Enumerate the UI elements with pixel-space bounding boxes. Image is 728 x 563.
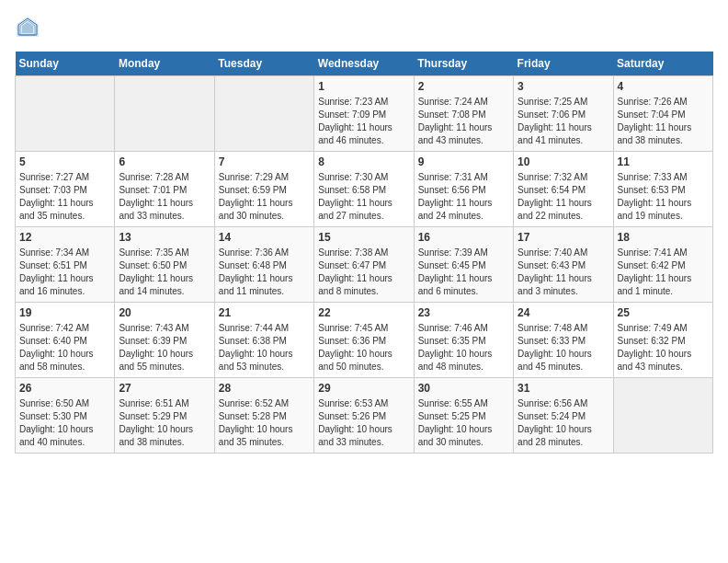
weekday-header-thursday: Thursday (414, 52, 513, 76)
day-number: 1 (318, 80, 409, 93)
day-number: 18 (618, 231, 709, 244)
calendar-cell: 31Sunrise: 6:56 AM Sunset: 5:24 PM Dayli… (514, 378, 613, 454)
calendar-cell (115, 76, 214, 152)
day-info: Sunrise: 7:36 AM Sunset: 6:48 PM Dayligh… (219, 247, 310, 298)
day-number: 10 (518, 155, 609, 168)
day-info: Sunrise: 7:48 AM Sunset: 6:33 PM Dayligh… (518, 322, 609, 373)
weekday-header-saturday: Saturday (613, 52, 712, 76)
day-number: 20 (119, 306, 210, 319)
weekday-header-friday: Friday (514, 52, 613, 76)
day-number: 27 (119, 382, 210, 395)
calendar-cell: 18Sunrise: 7:41 AM Sunset: 6:42 PM Dayli… (613, 227, 712, 303)
page-header (15, 15, 713, 40)
weekday-header-wednesday: Wednesday (314, 52, 414, 76)
day-info: Sunrise: 7:49 AM Sunset: 6:32 PM Dayligh… (618, 322, 709, 373)
day-number: 5 (19, 155, 110, 168)
day-number: 22 (318, 306, 409, 319)
day-info: Sunrise: 7:24 AM Sunset: 7:08 PM Dayligh… (418, 96, 509, 147)
calendar-cell: 14Sunrise: 7:36 AM Sunset: 6:48 PM Dayli… (214, 227, 313, 303)
calendar-cell: 24Sunrise: 7:48 AM Sunset: 6:33 PM Dayli… (514, 303, 613, 378)
day-info: Sunrise: 7:23 AM Sunset: 7:09 PM Dayligh… (318, 96, 409, 147)
day-info: Sunrise: 7:30 AM Sunset: 6:58 PM Dayligh… (318, 171, 409, 223)
day-number: 8 (318, 155, 409, 168)
day-info: Sunrise: 6:56 AM Sunset: 5:24 PM Dayligh… (518, 397, 609, 449)
calendar-cell (214, 76, 313, 152)
logo (15, 15, 44, 40)
calendar-cell: 17Sunrise: 7:40 AM Sunset: 6:43 PM Dayli… (514, 227, 613, 303)
day-number: 21 (219, 306, 310, 319)
calendar-cell: 5Sunrise: 7:27 AM Sunset: 7:03 PM Daylig… (16, 152, 115, 227)
day-info: Sunrise: 7:40 AM Sunset: 6:43 PM Dayligh… (518, 247, 609, 298)
week-row-1: 1Sunrise: 7:23 AM Sunset: 7:09 PM Daylig… (16, 76, 713, 152)
calendar-cell: 7Sunrise: 7:29 AM Sunset: 6:59 PM Daylig… (214, 152, 313, 227)
day-info: Sunrise: 7:27 AM Sunset: 7:03 PM Dayligh… (19, 171, 110, 223)
day-number: 19 (19, 306, 110, 319)
calendar-cell: 19Sunrise: 7:42 AM Sunset: 6:40 PM Dayli… (16, 303, 115, 378)
weekday-header-sunday: Sunday (16, 52, 115, 76)
logo-icon (15, 15, 40, 40)
calendar-cell: 13Sunrise: 7:35 AM Sunset: 6:50 PM Dayli… (115, 227, 214, 303)
calendar-cell: 1Sunrise: 7:23 AM Sunset: 7:09 PM Daylig… (314, 76, 414, 152)
day-info: Sunrise: 6:52 AM Sunset: 5:28 PM Dayligh… (219, 397, 310, 449)
day-number: 12 (19, 231, 110, 244)
day-number: 15 (318, 231, 409, 244)
calendar-cell: 28Sunrise: 6:52 AM Sunset: 5:28 PM Dayli… (214, 378, 313, 454)
day-info: Sunrise: 7:28 AM Sunset: 7:01 PM Dayligh… (119, 171, 210, 223)
calendar-cell: 29Sunrise: 6:53 AM Sunset: 5:26 PM Dayli… (314, 378, 414, 454)
calendar-cell: 10Sunrise: 7:32 AM Sunset: 6:54 PM Dayli… (514, 152, 613, 227)
day-info: Sunrise: 7:34 AM Sunset: 6:51 PM Dayligh… (19, 247, 110, 298)
day-info: Sunrise: 7:35 AM Sunset: 6:50 PM Dayligh… (119, 247, 210, 298)
calendar-cell: 27Sunrise: 6:51 AM Sunset: 5:29 PM Dayli… (115, 378, 214, 454)
calendar-cell: 9Sunrise: 7:31 AM Sunset: 6:56 PM Daylig… (414, 152, 513, 227)
week-row-5: 26Sunrise: 6:50 AM Sunset: 5:30 PM Dayli… (16, 378, 713, 454)
weekday-header-monday: Monday (115, 52, 214, 76)
day-info: Sunrise: 6:50 AM Sunset: 5:30 PM Dayligh… (19, 397, 110, 449)
day-number: 16 (418, 231, 509, 244)
week-row-4: 19Sunrise: 7:42 AM Sunset: 6:40 PM Dayli… (16, 303, 713, 378)
calendar-cell: 21Sunrise: 7:44 AM Sunset: 6:38 PM Dayli… (214, 303, 313, 378)
day-info: Sunrise: 6:53 AM Sunset: 5:26 PM Dayligh… (318, 397, 409, 449)
day-number: 4 (618, 80, 709, 93)
weekday-header-row: SundayMondayTuesdayWednesdayThursdayFrid… (16, 52, 713, 76)
day-number: 28 (219, 382, 310, 395)
weekday-header-tuesday: Tuesday (214, 52, 313, 76)
day-info: Sunrise: 7:46 AM Sunset: 6:35 PM Dayligh… (418, 322, 509, 373)
day-info: Sunrise: 7:39 AM Sunset: 6:45 PM Dayligh… (418, 247, 509, 298)
day-info: Sunrise: 7:38 AM Sunset: 6:47 PM Dayligh… (318, 247, 409, 298)
day-number: 23 (418, 306, 509, 319)
day-number: 7 (219, 155, 310, 168)
day-number: 3 (518, 80, 609, 93)
day-info: Sunrise: 6:55 AM Sunset: 5:25 PM Dayligh… (418, 397, 509, 449)
day-number: 29 (318, 382, 409, 395)
day-number: 31 (518, 382, 609, 395)
day-info: Sunrise: 7:26 AM Sunset: 7:04 PM Dayligh… (618, 96, 709, 147)
day-number: 24 (518, 306, 609, 319)
day-number: 17 (518, 231, 609, 244)
day-number: 6 (119, 155, 210, 168)
calendar-cell: 12Sunrise: 7:34 AM Sunset: 6:51 PM Dayli… (16, 227, 115, 303)
day-number: 26 (19, 382, 110, 395)
calendar-cell: 23Sunrise: 7:46 AM Sunset: 6:35 PM Dayli… (414, 303, 513, 378)
week-row-2: 5Sunrise: 7:27 AM Sunset: 7:03 PM Daylig… (16, 152, 713, 227)
day-number: 30 (418, 382, 509, 395)
calendar-cell: 30Sunrise: 6:55 AM Sunset: 5:25 PM Dayli… (414, 378, 513, 454)
calendar-cell: 2Sunrise: 7:24 AM Sunset: 7:08 PM Daylig… (414, 76, 513, 152)
calendar-cell: 15Sunrise: 7:38 AM Sunset: 6:47 PM Dayli… (314, 227, 414, 303)
calendar-cell (613, 378, 712, 454)
day-info: Sunrise: 7:41 AM Sunset: 6:42 PM Dayligh… (618, 247, 709, 298)
day-info: Sunrise: 7:25 AM Sunset: 7:06 PM Dayligh… (518, 96, 609, 147)
day-info: Sunrise: 7:43 AM Sunset: 6:39 PM Dayligh… (119, 322, 210, 373)
calendar-cell: 8Sunrise: 7:30 AM Sunset: 6:58 PM Daylig… (314, 152, 414, 227)
calendar-cell: 4Sunrise: 7:26 AM Sunset: 7:04 PM Daylig… (613, 76, 712, 152)
calendar-cell: 16Sunrise: 7:39 AM Sunset: 6:45 PM Dayli… (414, 227, 513, 303)
day-number: 14 (219, 231, 310, 244)
day-info: Sunrise: 7:33 AM Sunset: 6:53 PM Dayligh… (618, 171, 709, 223)
day-number: 11 (618, 155, 709, 168)
week-row-3: 12Sunrise: 7:34 AM Sunset: 6:51 PM Dayli… (16, 227, 713, 303)
calendar-cell: 20Sunrise: 7:43 AM Sunset: 6:39 PM Dayli… (115, 303, 214, 378)
calendar-cell: 26Sunrise: 6:50 AM Sunset: 5:30 PM Dayli… (16, 378, 115, 454)
calendar-cell: 6Sunrise: 7:28 AM Sunset: 7:01 PM Daylig… (115, 152, 214, 227)
calendar-cell: 25Sunrise: 7:49 AM Sunset: 6:32 PM Dayli… (613, 303, 712, 378)
day-number: 25 (618, 306, 709, 319)
calendar-cell: 11Sunrise: 7:33 AM Sunset: 6:53 PM Dayli… (613, 152, 712, 227)
